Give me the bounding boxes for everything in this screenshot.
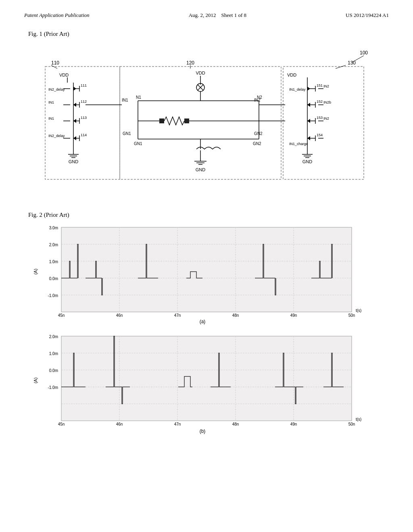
figure-2-container: Fig. 2 (Prior Art) 3.0m 2.0m 1.0m	[24, 212, 389, 441]
xb-50n: 50n	[348, 422, 355, 426]
vdd-left-label: VDD	[59, 73, 69, 77]
ref-130-label: 130	[348, 60, 356, 66]
yb-1m: 1.0m	[49, 351, 58, 356]
ya-n1m: -1.0m	[48, 293, 58, 298]
xa-49n: 49n	[290, 313, 297, 318]
in1-label-left: IN1	[48, 100, 54, 104]
t114-label: 114	[81, 133, 87, 137]
subplot-b-label: (b)	[200, 428, 206, 434]
block-130-box	[283, 66, 364, 179]
xa-ts-label: t(s)	[356, 308, 361, 313]
node-left-square	[159, 118, 164, 123]
xa-46n: 46n	[116, 313, 123, 318]
circuit-diagram-wrapper: 100 110 120 130 VDD	[24, 42, 389, 195]
t154-arrow	[307, 136, 310, 140]
t152-label: 152	[317, 100, 323, 104]
page: Patent Application Publication Aug. 2, 2…	[0, 0, 413, 532]
ref-120-label: 120	[186, 60, 194, 66]
graph-a-bg	[61, 227, 352, 312]
ref-100-label: 100	[360, 50, 368, 56]
svg-line-3	[336, 65, 346, 69]
n2-top-right-label: IN2	[254, 98, 261, 102]
svg-line-1	[51, 65, 57, 69]
graph-diagram: 3.0m 2.0m 1.0m 0.0m -1.0m (A) 45n 46n 47…	[33, 223, 380, 441]
xb-48n: 48n	[232, 422, 239, 426]
yb-unit: (A)	[33, 378, 38, 384]
gn1-bot-label: GN1	[123, 131, 131, 136]
t112-arrow	[73, 103, 76, 107]
in2-delay-label: IN2_delay	[48, 87, 65, 91]
header-center: Aug. 2, 2012 Sheet 1 of 8	[189, 12, 246, 19]
ya-unit: (A)	[33, 269, 38, 275]
graph-wrapper: 3.0m 2.0m 1.0m 0.0m -1.0m (A) 45n 46n 47…	[24, 223, 389, 441]
t113-arrow	[73, 119, 76, 123]
t154-label: 154	[317, 133, 323, 137]
ya-0m: 0.0m	[49, 276, 58, 281]
xb-ts-label: t(s)	[356, 417, 361, 422]
ref-110-label: 110	[51, 60, 59, 66]
header-publication-label: Patent Application Publication	[24, 12, 90, 19]
header-patent-number: US 2012/194224 A1	[346, 12, 389, 19]
yb-2m: 2.0m	[49, 335, 58, 339]
t151-label: 151	[317, 83, 323, 87]
gnd-center-label: GND	[196, 167, 206, 172]
node-right-square	[184, 118, 189, 123]
header-date: Aug. 2, 2012	[189, 12, 216, 18]
t152-arrow	[307, 103, 310, 107]
fig1-title: Fig. 1 (Prior Art)	[28, 31, 389, 37]
subplot-a-label: (a)	[200, 319, 206, 324]
t112-label: 112	[81, 100, 87, 104]
yb-0m: 0.0m	[49, 368, 58, 373]
t113-label: 113	[81, 116, 87, 120]
in1-charge-label: IN1_charge	[289, 142, 308, 146]
graph-b-bg	[61, 336, 352, 421]
xa-48n: 48n	[232, 313, 239, 318]
t111-arrow	[73, 87, 76, 91]
xa-50n: 50n	[348, 313, 355, 318]
t111-label: 111	[81, 83, 87, 87]
header-sheet: Sheet 1 of 8	[221, 12, 246, 18]
xb-45n: 45n	[58, 422, 65, 426]
in2-right-label: IN2	[323, 84, 329, 88]
n1-center-label: N1	[136, 95, 141, 100]
inductor-symbol	[196, 147, 221, 149]
xb-49n: 49n	[290, 422, 297, 426]
in2b-right-label: IN2b	[323, 100, 331, 104]
circuit-diagram: 100 110 120 130 VDD	[33, 42, 380, 195]
gn1-label: GN1	[134, 141, 142, 146]
t153-arrow	[307, 119, 310, 123]
gnd-right-label: GND	[302, 159, 313, 164]
ya-1m: 1.0m	[49, 260, 58, 264]
figure-1-container: Fig. 1 (Prior Art) 100 110 120 130	[24, 31, 389, 195]
t153-label: 153	[317, 116, 323, 120]
vdd-center-label: VDD	[196, 71, 205, 75]
xa-47n: 47n	[174, 313, 181, 318]
t151-arrow	[307, 87, 310, 91]
xa-45n: 45n	[58, 313, 65, 318]
in1-delay-right-label: IN1_delay	[289, 87, 306, 91]
in1-label2: IN1	[48, 116, 54, 121]
xb-46n: 46n	[116, 422, 123, 426]
t114-arrow	[73, 136, 76, 140]
fig2-title: Fig. 2 (Prior Art)	[28, 212, 389, 218]
ya-2m: 2.0m	[49, 243, 58, 247]
xb-47n: 47n	[174, 422, 181, 426]
yb-n1m: -1.0m	[48, 385, 58, 390]
resistor-symbol	[164, 117, 184, 125]
vdd-right-label: VDD	[287, 73, 296, 77]
in2-delay2-label: IN2_delay	[48, 134, 65, 138]
gn2-label: GN2	[253, 141, 261, 146]
gn2-bot-label: GN2	[254, 131, 263, 136]
page-header: Patent Application Publication Aug. 2, 2…	[24, 12, 389, 19]
n1-top-label: IN1	[122, 98, 128, 102]
in2c-right-label: IN2	[323, 116, 329, 121]
gnd-left-label: GND	[69, 159, 79, 164]
ya-3m: 3.0m	[49, 226, 58, 230]
